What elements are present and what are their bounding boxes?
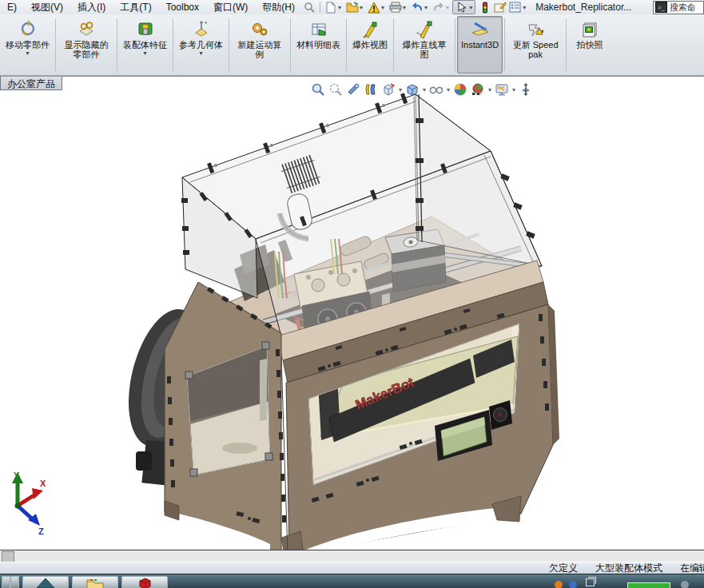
bill-of-materials-icon [309, 19, 328, 40]
reference-geometry-icon: * [192, 19, 211, 40]
tray-restore-icon[interactable] [586, 578, 595, 586]
exploded-view-button[interactable]: 爆炸视图 [348, 16, 392, 74]
assembly-features-button[interactable]: 装配体特征 ▾ [119, 16, 171, 74]
menu-view[interactable]: 视图(V) [24, 0, 70, 14]
dropdown-caret[interactable]: ▾ [399, 86, 402, 93]
new-motion-study-icon [250, 19, 269, 40]
rebuild-warning-icon[interactable] [367, 1, 380, 14]
menu-window[interactable]: 窗口(W) [206, 0, 255, 14]
print-icon[interactable] [388, 1, 402, 14]
status-bar: 欠定义 大型装配体模式 在编辑 [0, 562, 704, 574]
tray-icon-blue[interactable] [569, 581, 577, 588]
taskbar-app-explorer[interactable] [72, 576, 118, 588]
open-icon[interactable] [345, 1, 359, 14]
search-command-icon: >_ [655, 2, 667, 13]
command-manager-ribbon: 移动零部件 ▾ 显示隐藏的零部件 装配体特征 ▾ * 参考几何体 ▾ 新建运动算… [0, 14, 704, 76]
move-component-button[interactable]: 移动零部件 ▾ [2, 16, 54, 74]
update-speedpak-icon [526, 19, 545, 40]
undo-icon[interactable] [410, 1, 424, 14]
zoom-to-area-icon[interactable] [328, 81, 344, 97]
previous-view-icon[interactable] [345, 81, 361, 97]
status-under-defined: 欠定义 [549, 562, 578, 574]
orientation-triad: Y X Z [12, 471, 46, 536]
apply-scene-icon[interactable] [470, 81, 486, 97]
redo-icon [432, 1, 445, 14]
menu-tools[interactable]: 工具(T) [113, 0, 158, 14]
take-snapshot-icon [580, 19, 599, 40]
scrollbar-button[interactable] [2, 551, 14, 562]
display-style-icon[interactable] [404, 81, 420, 97]
new-document-icon[interactable] [324, 1, 337, 14]
exploded-view-icon [360, 19, 380, 40]
window-title: Makerbot_Replicator... [535, 2, 631, 13]
select-arrow-icon[interactable] [455, 1, 468, 14]
instant3d-icon [470, 19, 491, 40]
reference-geometry-button[interactable]: * 参考几何体 ▾ [175, 16, 227, 74]
section-view-icon[interactable] [363, 81, 379, 97]
dropdown-caret[interactable]: ▾ [26, 50, 29, 57]
search-command-text: 搜索命 [670, 2, 696, 14]
show-hidden-components-icon [77, 19, 96, 40]
tray-icon-gray[interactable] [681, 581, 689, 588]
triad-x-label: X [40, 479, 46, 488]
command-search-box[interactable]: >_ 搜索命 [653, 1, 704, 14]
taskbar-app-solidworks[interactable] [22, 576, 69, 588]
traffic-light-icon[interactable] [478, 1, 491, 14]
status-editing: 在编辑 [680, 562, 704, 574]
3d-drawing-view-icon[interactable] [518, 81, 534, 97]
dropdown-caret[interactable]: ▾ [447, 86, 450, 93]
toolbar-separator [320, 2, 320, 13]
edit-appearance-icon[interactable] [493, 1, 507, 14]
update-speedpak-button[interactable]: 更新 Speedpak [507, 16, 564, 74]
tray-green-indicator[interactable] [627, 582, 670, 588]
assembly-features-icon [136, 19, 155, 40]
new-motion-study-button[interactable]: 新建运动算例 [231, 16, 288, 74]
tray-icon-orange[interactable] [555, 581, 563, 588]
menu-edit-partial[interactable]: E) [0, 0, 24, 14]
instant3d-button[interactable]: Instant3D [457, 16, 503, 74]
dropdown-caret[interactable]: ▾ [423, 86, 426, 93]
explode-line-sketch-button[interactable]: 爆炸直线草图 [396, 16, 453, 74]
options-list-icon[interactable] [508, 1, 522, 14]
quick-launch-strip[interactable] [10, 576, 19, 588]
hide-show-items-icon[interactable] [428, 81, 444, 97]
explode-line-sketch-icon [415, 19, 434, 40]
dropdown-caret[interactable]: ▾ [488, 86, 491, 93]
view-settings-icon[interactable] [494, 81, 510, 97]
svg-text:*: * [205, 20, 207, 27]
graphics-viewport[interactable]: ▾ ▾ ▾ ▾ ▾ [0, 76, 704, 550]
heads-up-view-toolbar: ▾ ▾ ▾ ▾ ▾ [310, 80, 534, 99]
model-canvas[interactable]: The Repl [0, 77, 704, 550]
horizontal-scrollbar[interactable] [0, 550, 704, 562]
tab-office-products[interactable]: 办公室产品 [0, 76, 62, 90]
windows-taskbar [0, 574, 704, 588]
menu-toolbox[interactable]: Toolbox [159, 0, 206, 14]
show-hidden-components-button[interactable]: 显示隐藏的零部件 [58, 16, 115, 74]
take-snapshot-button[interactable]: 拍快照 [568, 16, 611, 74]
dropdown-caret[interactable]: ▾ [512, 86, 515, 93]
menu-insert[interactable]: 插入(I) [70, 0, 113, 14]
titlebar: E) 视图(V) 插入(I) 工具(T) Toolbox 窗口(W) 帮助(H)… [0, 0, 704, 15]
status-large-assembly-mode: 大型装配体模式 [595, 562, 662, 574]
bill-of-materials-button[interactable]: 材料明细表 [292, 16, 344, 74]
triad-z-label: Z [38, 526, 44, 536]
quick-launch-strip[interactable] [2, 576, 10, 588]
taskbar-app-red[interactable] [121, 576, 168, 588]
menu-help[interactable]: 帮助(H) [255, 0, 302, 14]
triad-y-label: Y [14, 471, 20, 480]
zoom-to-fit-icon[interactable] [310, 81, 326, 97]
view-orientation-icon[interactable] [380, 81, 396, 97]
dropdown-caret[interactable]: ▾ [143, 50, 146, 57]
move-component-icon [18, 19, 38, 40]
dropdown-caret[interactable]: ▾ [199, 50, 202, 57]
edit-appearance-sphere-icon[interactable] [452, 81, 468, 97]
search-icon[interactable] [303, 1, 316, 14]
